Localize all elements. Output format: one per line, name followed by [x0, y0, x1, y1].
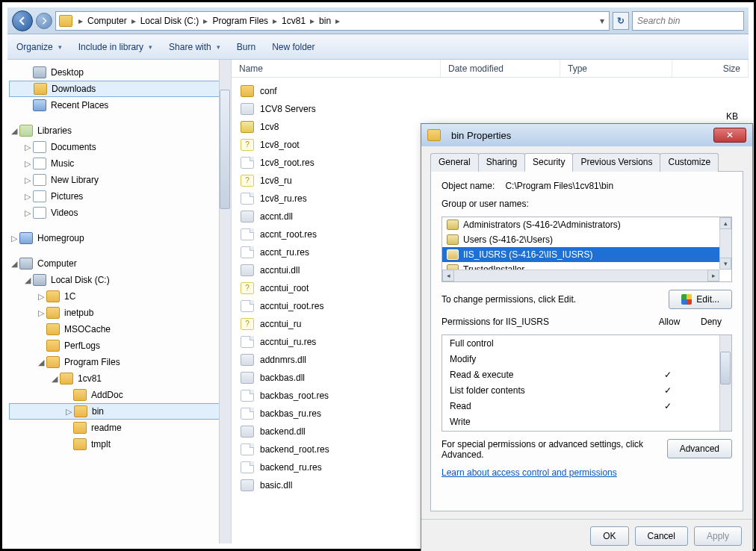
tab-sharing[interactable]: Sharing — [478, 153, 525, 172]
chevron-right-icon[interactable]: ▸ — [271, 16, 279, 26]
new-folder-button[interactable]: New folder — [272, 42, 315, 52]
group-user-list[interactable]: Administrators (S-416-2\Administrators)U… — [441, 217, 732, 282]
chevron-right-icon[interactable]: ▸ — [334, 16, 341, 26]
sidebar-item-1cv81[interactable]: ◢1cv81 — [9, 370, 229, 387]
sidebar-item-label: bin — [92, 406, 104, 417]
organize-button[interactable]: Organize — [16, 42, 62, 52]
sidebar-item-pictures[interactable]: ▷Pictures — [9, 188, 229, 205]
cancel-button[interactable]: Cancel — [635, 526, 688, 546]
column-size[interactable]: Size — [672, 60, 749, 77]
properties-dialog: bin Properties ✕ General Sharing Securit… — [421, 123, 753, 551]
tab-previous-versions[interactable]: Previous Versions — [572, 153, 660, 172]
sidebar-item-label: Desktop — [51, 67, 84, 78]
sidebar-item-recent[interactable]: Recent Places — [9, 97, 229, 113]
chevron-right-icon[interactable]: ▸ — [309, 16, 316, 26]
sidebar-item-new-library[interactable]: ▷New Library — [9, 172, 229, 188]
disk-icon — [33, 274, 46, 286]
chevron-right-icon[interactable]: ▸ — [77, 16, 84, 26]
file-name: conf — [260, 86, 277, 96]
list-item[interactable]: conf — [235, 82, 746, 100]
apply-button[interactable]: Apply — [694, 526, 742, 546]
sidebar-item-libraries[interactable]: ◢Libraries — [9, 122, 229, 139]
permissions-scrollbar[interactable] — [719, 335, 731, 431]
sidebar-item-1c[interactable]: ▷1C — [9, 288, 229, 305]
sidebar-item-downloads[interactable]: Downloads — [9, 81, 229, 97]
include-library-button[interactable]: Include in library — [78, 42, 152, 52]
breadcrumb-item[interactable]: Program Files — [209, 16, 271, 26]
refresh-button[interactable]: ↻ — [613, 12, 629, 30]
recent-icon — [33, 99, 46, 111]
search-input[interactable] — [637, 16, 739, 26]
sidebar-item-tmplt[interactable]: tmplt — [9, 436, 229, 452]
file-name: accnt_ru.res — [260, 247, 309, 258]
tab-customize[interactable]: Customize — [660, 153, 719, 172]
list-vscrollbar[interactable]: ▴ ▾ — [719, 217, 731, 270]
sidebar-item-bin[interactable]: ▷bin — [9, 403, 229, 420]
column-date[interactable]: Date modified — [441, 60, 560, 77]
search-box[interactable] — [632, 11, 744, 31]
ok-button[interactable]: OK — [590, 526, 628, 546]
group-item[interactable]: IIS_IUSRS (S-416-2\IIS_IUSRS) — [442, 247, 731, 262]
users-icon — [447, 234, 459, 245]
sidebar-item-music[interactable]: ▷Music — [9, 155, 229, 172]
users-icon — [447, 220, 459, 230]
column-name[interactable]: Name — [232, 60, 441, 77]
learn-link[interactable]: Learn about access control and permissio… — [441, 467, 732, 478]
scroll-down-icon[interactable]: ▾ — [719, 258, 731, 270]
chevron-right-icon[interactable]: ▸ — [130, 16, 137, 26]
back-button[interactable] — [12, 10, 33, 31]
group-item[interactable]: Users (S-416-2\Users) — [442, 232, 731, 247]
sidebar-item-computer[interactable]: ◢Computer — [9, 255, 229, 272]
list-hscrollbar[interactable]: ◂ ▸ — [442, 270, 719, 281]
sidebar-item-label: Local Disk (C:) — [51, 275, 110, 285]
column-type[interactable]: Type — [560, 60, 672, 77]
music-icon — [33, 158, 46, 169]
tab-general[interactable]: General — [430, 153, 479, 172]
share-with-button[interactable]: Share with — [169, 42, 220, 52]
sidebar-item-readme[interactable]: readme — [9, 420, 229, 436]
sidebar-item-msocache[interactable]: MSOCache — [9, 321, 229, 337]
allow-check: ✓ — [649, 385, 687, 396]
permission-row: Write — [442, 414, 731, 429]
advanced-button[interactable]: Advanced — [667, 439, 732, 458]
sidebar-item-perflogs[interactable]: PerfLogs — [9, 337, 229, 354]
sidebar-item-program-files[interactable]: ◢Program Files — [9, 354, 229, 370]
sidebar-item-local-disk[interactable]: ◢Local Disk (C:) — [9, 272, 229, 288]
tab-security[interactable]: Security — [524, 153, 573, 172]
sidebar-item-desktop[interactable]: Desktop — [9, 64, 229, 81]
list-item[interactable]: 1CV8 Servers — [235, 100, 746, 118]
sidebar-item-inetpub[interactable]: ▷inetpub — [9, 305, 229, 321]
sidebar-scrollbar[interactable] — [219, 60, 231, 544]
breadcrumb-item[interactable]: 1cv81 — [279, 16, 309, 26]
chevron-right-icon[interactable]: ▸ — [202, 16, 209, 26]
column-headers[interactable]: Name Date modified Type Size — [232, 60, 749, 78]
file-name: accntui_root.res — [260, 301, 323, 311]
file-icon — [241, 408, 254, 420]
group-item[interactable]: Administrators (S-416-2\Administrators) — [442, 217, 731, 232]
scroll-up-icon[interactable]: ▴ — [719, 217, 731, 229]
file-name: 1cv8_root — [260, 140, 300, 150]
sidebar-item-adddoc[interactable]: AddDoc — [9, 387, 229, 403]
breadcrumb-item[interactable]: Computer — [84, 16, 130, 26]
sidebar-item-videos[interactable]: ▷Videos — [9, 205, 229, 221]
pictures-icon — [33, 190, 46, 202]
breadcrumb-item[interactable]: bin — [316, 16, 334, 26]
folder-icon — [60, 373, 73, 385]
scroll-left-icon[interactable]: ◂ — [442, 270, 454, 281]
dialog-titlebar[interactable]: bin Properties ✕ — [421, 124, 752, 146]
breadcrumb-item[interactable]: Local Disk (C:) — [137, 16, 202, 26]
file-name: backend_ru.res — [260, 462, 322, 473]
chevron-down-icon[interactable]: ▾ — [598, 16, 606, 26]
sidebar-item-label: inetpub — [64, 308, 93, 318]
breadcrumb[interactable]: ▸ Computer ▸ Local Disk (C:) ▸ Program F… — [55, 11, 610, 31]
folder-icon — [427, 129, 441, 141]
close-button[interactable]: ✕ — [713, 128, 746, 143]
forward-button[interactable] — [36, 13, 52, 29]
burn-button[interactable]: Burn — [237, 42, 255, 52]
file-name: 1cv8_root.res — [260, 158, 315, 168]
edit-button[interactable]: Edit... — [669, 290, 732, 309]
scroll-right-icon[interactable]: ▸ — [707, 270, 719, 281]
sidebar-item-homegroup[interactable]: ▷Homegroup — [9, 230, 229, 246]
sidebar-item-documents[interactable]: ▷Documents — [9, 139, 229, 155]
folder-icon — [46, 290, 60, 302]
